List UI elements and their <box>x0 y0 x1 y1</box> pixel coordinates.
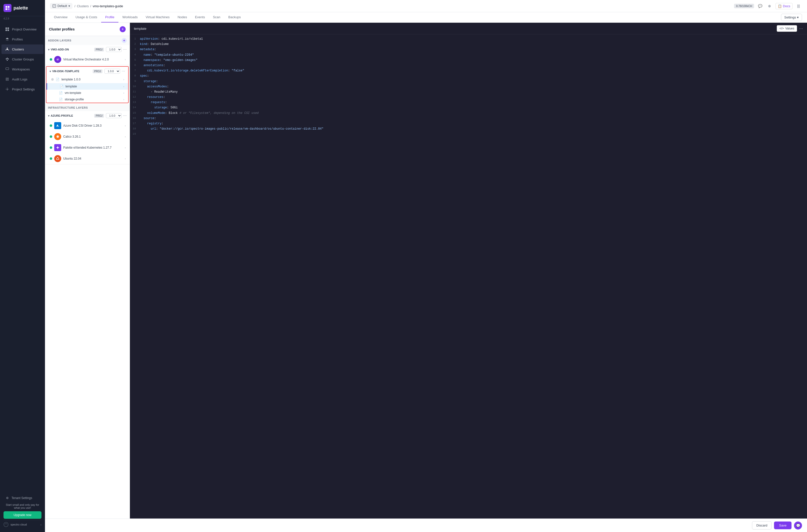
line-number: 9 <box>130 79 140 84</box>
vmo-addon-version-select[interactable]: 1.0.0 <box>106 47 122 52</box>
code-line: 19 <box>130 132 807 137</box>
save-button[interactable]: Save <box>774 521 791 529</box>
line-number: 18 <box>130 127 140 131</box>
ubuntu-item[interactable]: Ubuntu 22.04 <box>45 153 130 164</box>
template-100-item[interactable]: 📄 template 1.0.0 <box>46 76 128 83</box>
code-line: 1apiVersion: cdi.kubevirt.io/v1beta1 <box>130 36 807 42</box>
tab-virtual-machines[interactable]: Virtual Machines <box>142 12 174 22</box>
vmo-addon-toggle[interactable] <box>48 48 50 52</box>
line-content: - ReadWriteMany <box>140 90 177 94</box>
sidebar-item-audit-logs[interactable]: Audit Logs <box>1 74 43 84</box>
svg-rect-14 <box>8 58 9 59</box>
tab-overview[interactable]: Overview <box>50 12 72 22</box>
help-icon: 💬 <box>796 524 800 528</box>
tab-nodes[interactable]: Nodes <box>174 12 191 22</box>
calico-item[interactable]: Calico 3.26.1 <box>45 131 130 142</box>
upgrade-button[interactable]: Upgrade now <box>3 511 41 519</box>
sidebar-item-workspaces[interactable]: Workspaces <box>1 64 43 74</box>
code-editor-menu[interactable]: ⋯ <box>799 26 803 31</box>
vm-disk-template-version-select[interactable]: 1.0.0 <box>105 69 120 74</box>
azure-profile-menu[interactable]: ⋯ <box>123 114 127 118</box>
code-editor-content: 1apiVersion: cdi.kubevirt.io/v1beta12kin… <box>130 35 807 518</box>
breadcrumb-clusters[interactable]: Clusters <box>77 4 89 8</box>
tab-profile[interactable]: Profile <box>101 12 118 22</box>
azure-profile-toggle[interactable] <box>48 114 50 118</box>
sidebar-item-project-settings[interactable]: Project Settings <box>1 84 43 94</box>
sidebar-item-project-overview[interactable]: Project Overview <box>1 24 43 34</box>
sidebar-item-tenant-settings[interactable]: ⚙ Tenant Settings <box>5 493 40 503</box>
template-name: template <box>65 85 124 88</box>
vmo-item[interactable]: Virtual Machine Orchestrator 4.2.0 <box>45 54 130 65</box>
logo-icon <box>3 4 12 12</box>
vm-template-expand-icon <box>124 92 124 94</box>
line-number: 15 <box>130 111 140 115</box>
help-chat-button[interactable]: 💬 <box>794 521 802 530</box>
cluster-profiles-title: Cluster profiles <box>49 27 75 31</box>
sidebar-item-label: Project Overview <box>12 27 36 31</box>
vm-disk-template-badge: PROJ <box>93 70 102 73</box>
bottom-bar: Discard Save 💬 <box>45 518 807 532</box>
spectro-logo: spectro cloud ‹ <box>3 520 41 529</box>
palette-k8s-item[interactable]: Palette eXtended Kubernetes 1.27.7 <box>45 142 130 153</box>
tab-usage-costs[interactable]: Usage & Costs <box>72 12 101 22</box>
calico-expand-icon <box>125 135 126 138</box>
environment-selector[interactable]: Default ▾ <box>50 3 73 9</box>
collapse-button[interactable]: ‹ <box>40 523 41 527</box>
svg-rect-0 <box>5 6 7 8</box>
azure-disk-item[interactable]: Azure Disk CSI Driver 1.28.3 <box>45 120 130 131</box>
line-content: annotations: <box>140 63 165 68</box>
svg-rect-2 <box>5 8 7 10</box>
svg-rect-15 <box>7 60 8 61</box>
ubuntu-status <box>50 157 52 160</box>
vmo-addon-group: VMO-ADD-ON PROJ 1.0.0 ⋯ Virtual Machine … <box>45 45 130 65</box>
notifications-button[interactable]: 💬 <box>756 2 764 10</box>
line-number: 3 <box>130 47 140 52</box>
azure-disk-expand-icon <box>125 125 126 127</box>
user-menu-button[interactable]: ||| <box>795 2 802 10</box>
line-content: apiVersion: cdi.kubevirt.io/v1beta1 <box>140 37 203 41</box>
add-addon-button[interactable]: + <box>122 38 127 43</box>
vmo-addon-menu[interactable]: ⋯ <box>123 48 127 52</box>
tab-workloads[interactable]: Workloads <box>118 12 142 22</box>
values-button[interactable]: </> Values <box>777 25 797 32</box>
docs-link[interactable]: 📋 Docs <box>775 3 792 9</box>
line-number: 4 <box>130 53 140 57</box>
discard-button[interactable]: Discard <box>752 521 771 530</box>
line-number: 16 <box>130 116 140 121</box>
sidebar-item-clusters[interactable]: Clusters <box>1 44 43 54</box>
azure-profile-version-select[interactable]: 1.0.0 <box>106 113 122 118</box>
code-icon: </> <box>780 27 784 30</box>
cluster-profiles-header: Cluster profiles + <box>45 23 130 36</box>
code-line: 16 source: <box>130 116 807 121</box>
template-sub-item[interactable]: 📄 template <box>46 83 128 90</box>
sidebar-item-label: Workspaces <box>12 68 30 71</box>
line-number: 12 <box>130 95 140 99</box>
svg-point-20 <box>57 147 58 148</box>
svg-point-17 <box>4 522 8 527</box>
tabs-right: Settings ▾ <box>781 14 802 21</box>
line-content: namespace: "vmo-golden-images" <box>140 58 198 63</box>
tab-backups[interactable]: Backups <box>224 12 245 22</box>
vmo-name: Virtual Machine Orchestrator 4.2.0 <box>63 58 125 61</box>
line-number: 7 <box>130 69 140 73</box>
sidebar-item-profiles[interactable]: Profiles <box>1 35 43 44</box>
addon-layers-header: ADDON LAYERS + <box>45 36 130 45</box>
vm-disk-template-menu[interactable]: ⋯ <box>122 69 125 73</box>
storage-profile-sub-item[interactable]: 📄 storage-profile <box>46 96 128 103</box>
add-layer-button[interactable]: + <box>120 26 126 32</box>
grid-icon <box>5 27 10 32</box>
vm-template-sub-item[interactable]: 📄 vm-template <box>46 90 128 96</box>
settings-button[interactable]: Settings ▾ <box>781 14 802 21</box>
line-content: cdi.kubevirt.io/storage.deleteAfterCompl… <box>140 69 244 73</box>
azure-profile-group: AZURE-PROFILE PROJ 1.0.0 ⋯ Azure Disk CS… <box>45 111 130 164</box>
vm-disk-template-toggle[interactable] <box>50 70 51 73</box>
help-button[interactable]: ⊕ <box>766 2 773 10</box>
line-content: volumeMode: Block # or "Filesystem", dep… <box>140 111 259 116</box>
line-content: accessModes: <box>140 84 169 89</box>
sidebar-item-cluster-groups[interactable]: Cluster Groups <box>1 54 43 64</box>
line-content: source: <box>140 116 156 121</box>
chevron-down-icon: ▾ <box>69 4 70 8</box>
tab-scan[interactable]: Scan <box>209 12 224 22</box>
tab-events[interactable]: Events <box>191 12 209 22</box>
sidebar-item-label: Clusters <box>12 48 24 51</box>
